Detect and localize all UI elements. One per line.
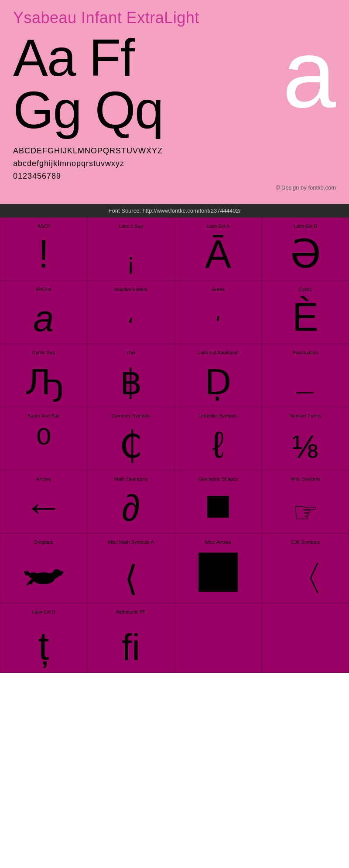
symbol-currency: ₵ [119, 426, 143, 463]
symbol-cyrilic: È [292, 298, 318, 337]
symbol-thai: ฿ [120, 365, 142, 400]
grid-cell-arrows: Arrows ← [0, 470, 87, 533]
label-latinextb: Latin Ext B [262, 221, 349, 230]
grid-cell-punctuation: Punctuation — [262, 344, 349, 407]
label-empty2 [262, 607, 349, 610]
symbol-letterlike: ℓ [212, 426, 224, 463]
symbol-latinexta: Ā [205, 234, 231, 274]
symbol-superandsub: ⁰ [36, 424, 51, 463]
grid-cell-numberforms: Number Forms ⅛ [262, 407, 349, 470]
grid-row-1: ASCII ! Latin 1 Sup ¡ Latin Ext A Ā Lati… [0, 217, 349, 281]
grid-section: ASCII ! Latin 1 Sup ¡ Latin Ext A Ā Lati… [0, 217, 349, 673]
symbol-miscsymbols: ☞ [293, 498, 318, 526]
grid-cell-letterlike: Letterlike Symbols ℓ [174, 407, 262, 470]
symbol-greek: ʹ [215, 315, 221, 337]
grid-row-2: IPA Ext a Modifier Letters ʻ Greek ʹ Cyr… [0, 281, 349, 344]
label-ipaext: IPA Ext [0, 285, 87, 293]
grid-cell-empty1 [174, 603, 262, 673]
grid-row-7: Latin Ext D ț Alphabetic PF ﬁ [0, 603, 349, 673]
grid-cell-ascii: ASCII ! [0, 217, 87, 281]
grid-cell-geoshapes: Geometric Shapes [174, 470, 262, 533]
grid-row-6: Dingbats Mi [0, 533, 349, 603]
grid-cell-dingbats: Dingbats [0, 533, 87, 603]
label-latin1sup: Latin 1 Sup [88, 221, 174, 230]
grid-cell-mathops: Math Operators ∂ [87, 470, 174, 533]
symbol-modletters: ʻ [127, 315, 134, 337]
label-empty1 [175, 607, 261, 610]
bird-icon [20, 559, 68, 590]
symbol-latinextd: ț [38, 627, 49, 666]
digits: 0123456789 [13, 170, 336, 183]
grid-cell-cjksymbols: CJK Symbols 〈 [262, 533, 349, 603]
label-numberforms: Number Forms [262, 411, 349, 419]
label-miscarrows: Misc Arrows [175, 537, 261, 546]
symbol-dingbats [20, 559, 68, 590]
symbol-latin1sup: ¡ [127, 250, 135, 274]
label-mathops: Math Operators [88, 474, 174, 482]
grid-cell-latinextb: Latin Ext B Ə [262, 217, 349, 281]
symbol-cjksymbols: 〈 [288, 561, 323, 596]
label-modletters: Modifier Letters [88, 285, 174, 293]
grid-cell-cyrilicsup: Cyrilic Sup Ԡ [0, 344, 87, 407]
grid-cell-miscsymbols: Misc Symbols ☞ [262, 470, 349, 533]
symbol-ascii: ! [38, 234, 49, 274]
label-arrows: Arrows [0, 474, 87, 482]
grid-cell-latinextadd: Latin Ext Additional Ḍ [174, 344, 262, 407]
specimen-big-a: a [283, 26, 336, 122]
grid-row-4: Super And Sub ⁰ Currency Symbols ₵ Lette… [0, 407, 349, 470]
symbol-cyrilicsup: Ԡ [25, 365, 62, 400]
copyright: © Design by fontke.com [13, 184, 336, 191]
grid-cell-latinextd: Latin Ext D ț [0, 603, 87, 673]
symbol-latinextadd: Ḍ [205, 365, 232, 400]
alphabet-lower: abcdefghijklmnopqrstuvwxyz [13, 157, 336, 170]
label-alphabeticpf: Alphabetic PF [88, 607, 174, 615]
grid-cell-greek: Greek ʹ [174, 281, 262, 344]
alphabet-section: ABCDEFGHIJKLMNOPQRSTUVWXYZ abcdefghijklm… [13, 145, 336, 182]
symbol-arrows: ← [24, 487, 63, 526]
symbol-miscmatha: ⟨ [124, 561, 138, 596]
specimen-chars-2: Gg Qq [13, 84, 163, 136]
grid-cell-ipaext: IPA Ext a [0, 281, 87, 344]
source-bar: Font Source: http://www.fontke.com/font/… [0, 204, 349, 217]
symbol-geoshapes [207, 496, 229, 518]
grid-row-5: Arrows ← Math Operators ∂ Geometric Shap… [0, 470, 349, 533]
symbol-alphabeticpf: ﬁ [122, 629, 140, 666]
label-cjksymbols: CJK Symbols [262, 537, 349, 546]
symbol-ipaext: a [33, 300, 54, 337]
label-geoshapes: Geometric Shapes [175, 474, 261, 482]
grid-cell-modletters: Modifier Letters ʻ [87, 281, 174, 344]
label-punctuation: Punctuation [262, 348, 349, 356]
label-greek: Greek [175, 285, 261, 293]
symbol-mathops: ∂ [122, 489, 140, 526]
top-section: Ysabeau Infant ExtraLight Aa Ff Gg Qq a … [0, 0, 349, 204]
grid-cell-latin1sup: Latin 1 Sup ¡ [87, 217, 174, 281]
label-currency: Currency Symbols [88, 411, 174, 419]
symbol-numberforms: ⅛ [292, 431, 319, 463]
label-latinextadd: Latin Ext Additional [175, 348, 261, 356]
grid-cell-miscmatha: Misc Math Symbols A ⟨ [87, 533, 174, 603]
label-cyrilicsup: Cyrilic Sup [0, 348, 87, 356]
label-miscmatha: Misc Math Symbols A [88, 537, 174, 546]
grid-cell-currency: Currency Symbols ₵ [87, 407, 174, 470]
specimen-chars-1: Aa Ff [13, 31, 134, 84]
symbol-latinextb: Ə [290, 234, 321, 274]
label-thai: Thai [88, 348, 174, 356]
label-miscsymbols: Misc Symbols [262, 474, 349, 482]
symbol-punctuation: — [296, 383, 315, 400]
grid-cell-cyrilic: Cyrilic È [262, 281, 349, 344]
alphabet-upper: ABCDEFGHIJKLMNOPQRSTUVWXYZ [13, 145, 336, 157]
grid-cell-miscarrows: Misc Arrows [174, 533, 262, 603]
grid-cell-latinexta: Latin Ext A Ā [174, 217, 262, 281]
grid-cell-thai: Thai ฿ [87, 344, 174, 407]
label-latinextd: Latin Ext D [0, 607, 87, 615]
svg-point-3 [53, 569, 61, 577]
grid-row-3: Cyrilic Sup Ԡ Thai ฿ Latin Ext Additiona… [0, 344, 349, 407]
label-cyrilic: Cyrilic [262, 285, 349, 293]
grid-cell-empty2 [262, 603, 349, 673]
label-ascii: ASCII [0, 221, 87, 230]
symbol-miscarrows [198, 553, 238, 592]
label-letterlike: Letterlike Symbols [175, 411, 261, 419]
label-dingbats: Dingbats [0, 537, 87, 546]
label-latinexta: Latin Ext A [175, 221, 261, 230]
grid-cell-alphabeticpf: Alphabetic PF ﬁ [87, 603, 174, 673]
